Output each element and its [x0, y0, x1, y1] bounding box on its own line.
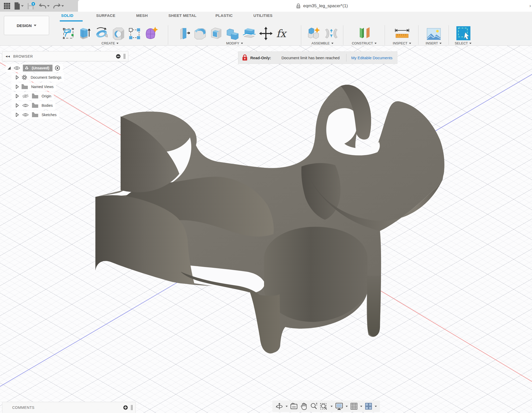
look-at-icon [290, 403, 298, 410]
model-leg-spacer[interactable] [95, 85, 444, 354]
move-copy-icon[interactable] [259, 26, 273, 41]
orbit-icon [275, 402, 283, 410]
visibility-eye-icon[interactable] [14, 66, 20, 70]
ribbon: SOLID SURFACE MESH SHEET METAL PLASTIC U… [0, 12, 532, 46]
folder-icon [21, 84, 28, 90]
root-node-chip[interactable]: (Unsaved) [23, 65, 52, 71]
panel-drag-handle[interactable] [123, 54, 126, 59]
visibility-eye-icon[interactable] [22, 103, 29, 108]
grid-settings-button[interactable] [350, 402, 358, 410]
workspace-switcher[interactable]: DESIGN [4, 16, 49, 35]
new-component-icon[interactable] [307, 26, 322, 41]
inspect-menu[interactable]: INSPECT [393, 41, 411, 45]
tab-plastic[interactable]: PLASTIC [215, 13, 233, 18]
panel-drag-handle[interactable] [131, 405, 133, 410]
display-settings-icon [335, 402, 343, 410]
tab-sheet-metal[interactable]: SHEET METAL [168, 13, 196, 18]
tab-mesh[interactable]: MESH [136, 13, 148, 18]
browser-header[interactable]: ◄◄ BROWSER [2, 51, 128, 61]
visibility-off-icon[interactable] [22, 94, 29, 99]
fit-dropdown-caret[interactable] [331, 406, 333, 407]
visibility-eye-icon[interactable] [22, 112, 29, 117]
collapsed-arrow-icon[interactable] [15, 75, 19, 80]
tree-row-sketches[interactable]: Sketches [11, 111, 59, 119]
comments-bar[interactable]: COMMENTS [2, 402, 136, 413]
save-icon [27, 2, 35, 10]
measure-icon[interactable] [394, 26, 410, 41]
tree-row-document-settings[interactable]: Document Settings [11, 73, 64, 82]
viewports-button[interactable] [365, 402, 372, 410]
expanded-arrow-icon[interactable] [7, 66, 11, 70]
look-at-button[interactable] [290, 403, 298, 410]
comments-title: COMMENTS [12, 405, 123, 410]
viewports-icon [365, 402, 372, 410]
orbit-dropdown-caret[interactable] [286, 406, 288, 407]
fillet-icon[interactable] [193, 26, 207, 41]
tree-row-root[interactable]: (Unsaved) [6, 64, 63, 72]
fit-button[interactable] [320, 402, 328, 410]
collapsed-arrow-icon[interactable] [15, 84, 19, 89]
root-node-label: (Unsaved) [32, 66, 49, 70]
redo-icon [53, 3, 61, 9]
collapsed-arrow-icon[interactable] [15, 94, 19, 98]
collapsed-arrow-icon[interactable] [15, 103, 19, 108]
activate-radio-icon[interactable] [55, 65, 60, 71]
tree-row-origin[interactable]: Origin [11, 92, 54, 100]
offset-plane-icon[interactable] [356, 26, 373, 41]
grid-settings-icon [350, 402, 358, 410]
viewport-canvas[interactable]: ◄◄ BROWSER [0, 46, 532, 413]
gear-icon [21, 74, 28, 81]
press-pull-icon[interactable] [179, 26, 191, 41]
readonly-message: Document limit has been reached [275, 56, 346, 60]
change-parameters-icon[interactable]: fx [275, 26, 290, 41]
file-icon [14, 2, 21, 10]
file-menu[interactable] [14, 2, 24, 10]
assemble-menu[interactable]: ASSEMBLE [311, 41, 333, 45]
select-menu[interactable]: SELECT [455, 41, 472, 45]
add-comment-icon[interactable] [123, 405, 128, 410]
tree-row-named-views[interactable]: Named Views [11, 83, 56, 91]
collapsed-arrow-icon[interactable] [15, 112, 19, 117]
display-settings-button[interactable] [335, 402, 343, 410]
construct-menu[interactable]: CONSTRUCT [352, 41, 377, 45]
revolve-icon[interactable] [93, 26, 109, 41]
save-button[interactable] [27, 2, 35, 10]
tab-surface[interactable]: SURFACE [96, 13, 115, 18]
document-tab[interactable]: eqm35_leg_spacer*(1) [78, 0, 532, 12]
hide-panel-icon[interactable] [116, 54, 121, 59]
select-icon[interactable] [455, 26, 471, 41]
tree-row-bodies[interactable]: Bodies [11, 101, 55, 110]
redo-button[interactable] [53, 3, 64, 9]
zoom-icon [310, 402, 318, 410]
tab-utilities[interactable]: UTILITIES [253, 13, 273, 18]
create-menu[interactable]: CREATE [102, 41, 119, 45]
navigation-toolbar [272, 401, 380, 412]
grid-settings-caret[interactable] [360, 406, 362, 407]
insert-image-icon[interactable] [426, 27, 442, 41]
joint-icon[interactable] [324, 26, 338, 41]
app-grid-icon[interactable] [4, 3, 10, 9]
split-body-icon[interactable] [242, 26, 257, 41]
modify-menu[interactable]: MODIFY [226, 41, 243, 45]
readonly-label: Read-Only: [250, 56, 271, 60]
undo-button[interactable] [39, 3, 50, 9]
svg-text:fx: fx [276, 28, 287, 39]
pan-button[interactable] [300, 402, 307, 410]
create-sketch-icon[interactable] [62, 26, 76, 41]
viewports-caret[interactable] [375, 406, 377, 407]
tab-overflow-chevron[interactable]: › [529, 3, 531, 9]
pattern-icon[interactable] [128, 26, 142, 41]
orbit-button[interactable] [275, 402, 283, 410]
collapse-panel-icon[interactable]: ◄◄ [5, 55, 10, 58]
display-settings-caret[interactable] [346, 406, 348, 407]
tab-solid[interactable]: SOLID [61, 13, 73, 18]
hole-icon[interactable] [111, 26, 126, 41]
insert-menu[interactable]: INSERT [426, 41, 442, 45]
combine-icon[interactable] [225, 26, 240, 41]
form-icon[interactable] [144, 26, 159, 41]
component-icon [24, 65, 30, 71]
zoom-button[interactable] [310, 402, 318, 410]
my-editable-documents-link[interactable]: My Editable Documents [346, 56, 397, 60]
shell-icon[interactable] [209, 26, 223, 41]
extrude-icon[interactable] [78, 26, 91, 41]
